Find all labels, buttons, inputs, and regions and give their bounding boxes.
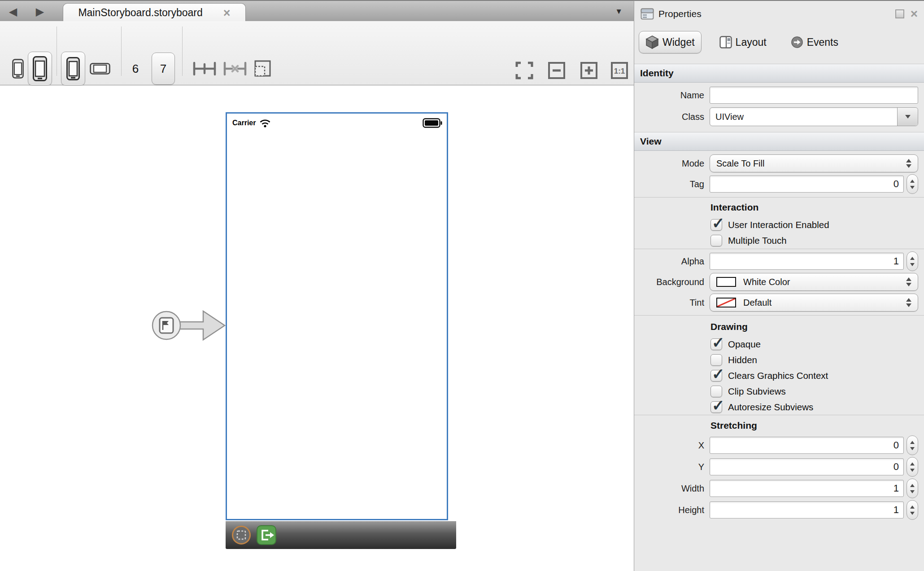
tag-stepper[interactable] <box>907 174 918 194</box>
checkbox-label: Opaque <box>728 339 761 350</box>
class-row: Class UIView <box>634 107 924 127</box>
cube-icon <box>645 35 659 49</box>
zoom-fit-button[interactable] <box>515 61 534 79</box>
size-tall-button[interactable] <box>28 52 52 86</box>
class-label: Class <box>634 112 704 122</box>
orientation-portrait-button[interactable] <box>61 52 85 86</box>
zoom-actual-size-button[interactable]: 1:1 <box>610 61 629 79</box>
add-constraint-icon <box>192 61 217 77</box>
width-stepper[interactable] <box>907 479 918 498</box>
name-row: Name <box>634 85 924 105</box>
wifi-icon <box>259 119 271 128</box>
panel-restore-icon[interactable] <box>895 9 904 18</box>
background-color-select[interactable]: White Color <box>710 273 918 291</box>
checkbox-icon <box>710 235 722 246</box>
default-tint-swatch <box>716 298 736 307</box>
alpha-stepper[interactable] <box>907 251 918 271</box>
checkbox-label: Clears Graphics Context <box>728 370 828 381</box>
zoom-out-button[interactable] <box>547 61 566 79</box>
exit-segue-icon[interactable] <box>256 525 277 545</box>
checkbox-icon <box>710 338 722 350</box>
phone-small-icon <box>12 59 24 79</box>
tint-row: Tint Default <box>634 293 924 312</box>
stretching-x-row: X 0 <box>634 435 924 455</box>
ios-version-7-option[interactable]: 7 <box>152 53 175 85</box>
document-tab[interactable]: MainStoryboard.storyboard × <box>63 3 246 22</box>
toolbar-separator <box>182 26 183 76</box>
background-label: Background <box>634 277 704 287</box>
white-color-swatch <box>716 277 736 287</box>
height-label: Height <box>634 505 704 515</box>
stretching-y-row: Y 0 <box>634 457 924 477</box>
checkbox-icon <box>710 386 722 397</box>
mode-select[interactable]: Scale To Fill <box>710 154 918 172</box>
checkbox-user-interaction-enabled[interactable]: User Interaction Enabled <box>710 218 829 232</box>
checkbox-label: Autoresize Subviews <box>728 402 813 413</box>
events-icon <box>791 36 803 48</box>
tag-input[interactable]: 0 <box>710 176 904 193</box>
status-bar: Carrier <box>227 114 447 132</box>
alpha-input[interactable]: 1 <box>710 253 904 270</box>
checkbox-label: User Interaction Enabled <box>728 220 829 230</box>
tab-layout-label: Layout <box>736 36 767 48</box>
checkbox-opaque[interactable]: Opaque <box>710 338 761 351</box>
panel-close-icon[interactable]: × <box>911 9 918 18</box>
document-tab-title: MainStoryboard.storyboard <box>78 7 202 19</box>
updown-arrows-icon <box>906 159 911 168</box>
x-stepper[interactable] <box>907 435 918 455</box>
alpha-label: Alpha <box>634 256 704 267</box>
svg-text:1:1: 1:1 <box>614 67 625 75</box>
checkbox-clears-graphics-context[interactable]: Clears Graphics Context <box>710 369 828 382</box>
back-button[interactable]: ◀ <box>6 5 20 18</box>
storyboard-canvas[interactable]: Carrier <box>0 86 634 571</box>
class-combobox[interactable]: UIView <box>710 107 918 126</box>
tag-label: Tag <box>634 179 704 189</box>
ios-version-6-option[interactable]: 6 <box>127 57 144 80</box>
editor-area: ◀ ▶ MainStoryboard.storyboard × ▼ <box>0 0 634 571</box>
checkbox-multiple-touch[interactable]: Multiple Touch <box>710 234 787 247</box>
zoom-out-icon <box>548 61 566 79</box>
tab-widget[interactable]: Widget <box>639 31 702 53</box>
x-input[interactable]: 0 <box>710 437 904 454</box>
remove-constraint-button[interactable] <box>222 61 248 77</box>
height-stepper[interactable] <box>907 500 918 520</box>
orientation-landscape-button[interactable] <box>89 61 111 76</box>
checkbox-icon <box>710 354 722 366</box>
zoom-in-button[interactable] <box>580 61 598 79</box>
toolbar-separator <box>121 26 122 76</box>
checkbox-icon <box>710 401 722 413</box>
interaction-heading: Interaction <box>710 202 758 213</box>
scene-dock <box>226 521 456 549</box>
name-input[interactable] <box>710 87 918 104</box>
tint-color-select[interactable]: Default <box>710 294 918 312</box>
tab-widget-label: Widget <box>662 36 695 48</box>
tab-layout[interactable]: Layout <box>713 32 773 52</box>
view-controller-view[interactable]: Carrier <box>226 112 448 520</box>
view-section-header: View <box>634 132 924 151</box>
phone-portrait-icon <box>66 57 80 80</box>
tab-events[interactable]: Events <box>785 32 845 52</box>
y-input[interactable]: 0 <box>710 458 904 475</box>
storyboard-designer-window: ◀ ▶ MainStoryboard.storyboard × ▼ <box>0 0 924 571</box>
resize-frame-button[interactable] <box>252 60 272 78</box>
properties-tabs: Widget Layout <box>639 30 845 55</box>
forward-button[interactable]: ▶ <box>33 5 47 18</box>
y-stepper[interactable] <box>907 457 918 477</box>
initial-view-controller-arrow[interactable] <box>150 307 227 347</box>
size-small-button[interactable] <box>10 57 26 80</box>
add-constraint-button[interactable] <box>192 61 217 77</box>
class-dropdown-button[interactable] <box>897 108 918 126</box>
layout-icon <box>719 36 732 48</box>
tab-overflow-icon[interactable]: ▼ <box>615 7 623 16</box>
divider <box>634 197 924 198</box>
background-row: Background White Color <box>634 272 924 292</box>
checkbox-label: Clip Subviews <box>728 386 786 397</box>
tab-close-icon[interactable]: × <box>223 9 231 18</box>
height-input[interactable]: 1 <box>710 501 904 518</box>
checkbox-autoresize-subviews[interactable]: Autoresize Subviews <box>710 400 813 414</box>
checkbox-icon <box>710 370 722 382</box>
view-controller-icon[interactable] <box>231 525 252 545</box>
zoom-in-icon <box>580 61 598 79</box>
updown-arrows-icon <box>906 298 911 307</box>
width-input[interactable]: 1 <box>710 480 904 497</box>
